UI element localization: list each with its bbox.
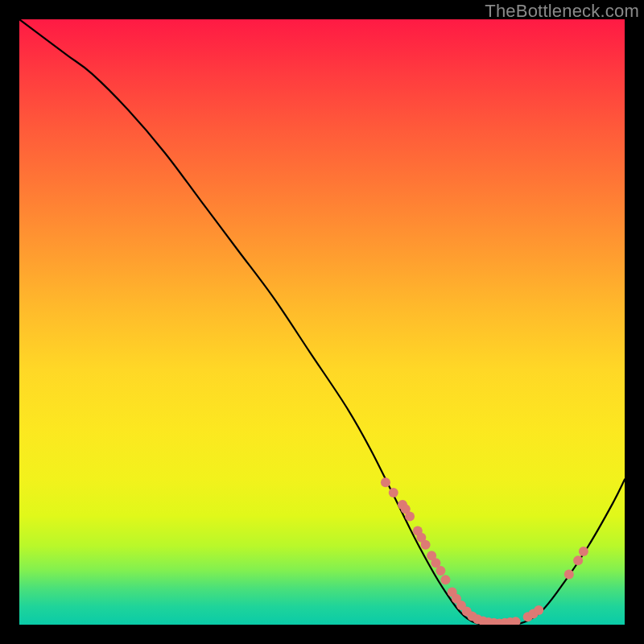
curve-marker	[405, 511, 415, 521]
curve-marker	[564, 570, 574, 580]
curve-layer	[19, 19, 625, 625]
curve-marker	[389, 488, 398, 497]
curve-marker	[436, 566, 445, 576]
curve-marker	[579, 547, 588, 556]
chart-plot-area	[19, 19, 625, 625]
curve-marker	[421, 540, 431, 550]
curve-marker	[440, 575, 450, 584]
chart-svg	[19, 19, 625, 625]
watermark-text: TheBottleneck.com	[485, 1, 639, 22]
curve-marker	[534, 605, 543, 615]
marker-layer	[381, 477, 588, 625]
curve-marker	[573, 555, 583, 565]
curve-marker	[381, 477, 390, 487]
bottleneck-curve-path	[19, 19, 625, 625]
